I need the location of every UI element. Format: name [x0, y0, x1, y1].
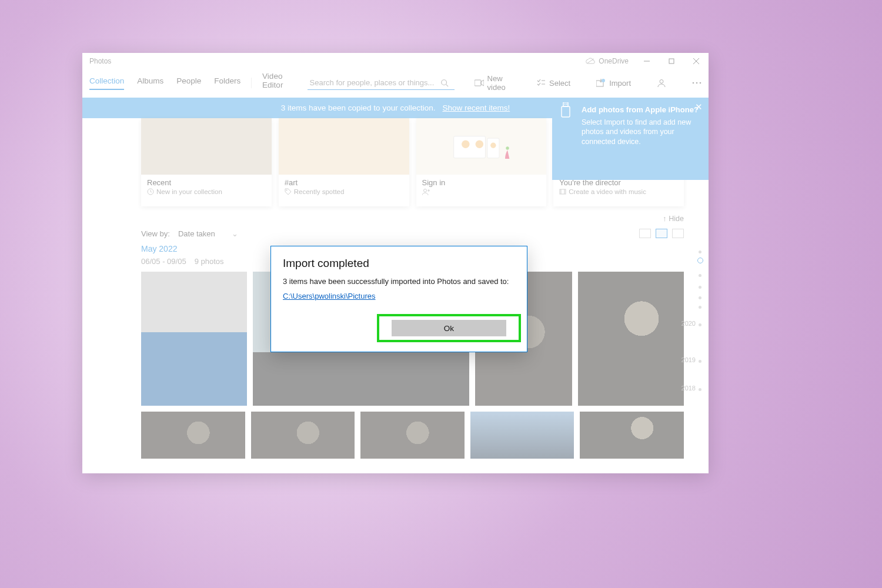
import-label: Import	[609, 79, 631, 88]
svg-line-6	[446, 85, 448, 87]
viewby-label: View by:	[141, 229, 170, 238]
person-add-icon	[422, 188, 430, 195]
svg-rect-18	[566, 103, 567, 105]
card-signin[interactable]: Sign in	[416, 118, 547, 206]
minimize-button[interactable]	[634, 53, 659, 69]
photo-thumb[interactable]	[578, 272, 684, 406]
photo-thumb[interactable]	[580, 412, 684, 459]
checklist-icon	[536, 78, 546, 88]
card-title: Sign in	[422, 178, 541, 187]
view-single[interactable]	[639, 229, 651, 238]
section-photo-count: 9 photos	[195, 257, 224, 266]
search-input[interactable]	[308, 76, 455, 90]
chevron-down-icon: ⌄	[232, 229, 238, 238]
svg-point-27	[506, 147, 509, 150]
search-icon[interactable]	[440, 79, 449, 87]
dialog-body: 3 items have been successfully imported …	[283, 277, 515, 286]
cloud-off-icon	[586, 58, 595, 65]
maximize-button[interactable]	[659, 53, 684, 69]
view-grid-medium[interactable]	[656, 229, 667, 238]
svg-point-26	[490, 143, 496, 148]
timeline-year[interactable]: 2018	[681, 385, 696, 392]
arrow-up-icon: ↑	[663, 215, 666, 223]
info-banner: 3 items have been copied to your collect…	[82, 98, 709, 118]
ok-highlight-frame: Ok	[377, 314, 521, 342]
ok-button[interactable]: Ok	[392, 320, 506, 336]
onedrive-status[interactable]: OneDrive	[586, 57, 629, 65]
svg-point-28	[423, 189, 426, 192]
promo-body: Select Import to find and add new photos…	[582, 118, 700, 148]
svg-point-9	[602, 79, 605, 82]
tab-people[interactable]: People	[176, 76, 201, 90]
card-title: #art	[285, 178, 403, 187]
video-icon	[475, 78, 484, 88]
svg-point-12	[696, 82, 698, 84]
tab-video-editor[interactable]: Video Editor	[262, 72, 294, 94]
dialog-path-link[interactable]: C:\Users\pwolinski\Pictures	[283, 292, 376, 300]
banner-link[interactable]: Show recent items!	[442, 103, 510, 112]
card-thumb	[416, 118, 547, 175]
dialog-title: Import completed	[283, 257, 515, 270]
photo-thumb[interactable]	[470, 412, 574, 459]
card-title: Recent	[147, 178, 266, 187]
timeline-year[interactable]: 2019	[681, 356, 696, 363]
person-icon	[657, 78, 666, 88]
titlebar: Photos OneDrive	[82, 53, 709, 69]
nav-tabbar: Collection Albums People Folders Video E…	[82, 69, 709, 98]
promo-title: Add photos from Apple iPhone?	[582, 105, 700, 115]
tab-albums[interactable]: Albums	[137, 76, 163, 90]
svg-rect-16	[563, 102, 568, 106]
section-date-range: 06/05 - 09/05	[141, 257, 186, 266]
card-thumb	[279, 118, 409, 175]
onedrive-label: OneDrive	[599, 57, 629, 65]
svg-point-24	[462, 141, 469, 148]
card-art[interactable]: #art Recently spotted	[279, 118, 409, 206]
svg-point-13	[700, 82, 701, 84]
view-size-toggle	[639, 229, 684, 238]
card-subtitle: New in your collection	[156, 188, 222, 195]
photo-thumb[interactable]	[360, 412, 465, 459]
account-button[interactable]	[657, 78, 666, 88]
card-thumb	[141, 118, 272, 175]
import-icon	[596, 78, 606, 88]
select-button[interactable]: Select	[536, 78, 570, 88]
select-label: Select	[549, 79, 570, 88]
card-subtitle: Create a video with music	[569, 188, 646, 195]
photo-thumb[interactable]	[251, 412, 355, 459]
svg-rect-17	[564, 103, 566, 105]
view-toolbar: View by: Date taken ⌄	[141, 229, 684, 238]
svg-point-5	[441, 80, 446, 85]
ellipsis-icon	[692, 78, 701, 88]
import-completed-dialog: Import completed 3 items have been succe…	[270, 246, 527, 352]
svg-rect-2	[669, 59, 674, 64]
photo-grid-row-2	[141, 412, 684, 459]
banner-text: 3 items have been copied to your collect…	[281, 103, 436, 112]
app-title: Photos	[89, 57, 111, 65]
svg-point-11	[693, 82, 694, 84]
divider	[251, 78, 252, 88]
viewby-dropdown[interactable]: Date taken ⌄	[178, 229, 238, 238]
tab-collection[interactable]: Collection	[89, 76, 124, 90]
device-promo: ✕ Add photos from Apple iPhone? Select I…	[552, 98, 709, 180]
hide-suggestions-button[interactable]: ↑Hide	[663, 211, 684, 229]
film-icon	[559, 188, 566, 195]
close-button[interactable]	[684, 53, 709, 69]
photo-thumb[interactable]	[141, 272, 247, 406]
view-grid-small[interactable]	[672, 229, 684, 238]
viewby-value: Date taken	[178, 229, 215, 238]
new-video-button[interactable]: New video	[475, 74, 510, 92]
svg-rect-7	[475, 80, 481, 86]
promo-close-icon[interactable]: ✕	[695, 101, 703, 113]
svg-point-21	[286, 190, 287, 191]
import-button[interactable]: Import	[596, 78, 631, 88]
more-button[interactable]	[692, 78, 701, 88]
svg-point-25	[475, 141, 483, 148]
tag-icon	[285, 188, 292, 195]
svg-point-10	[660, 80, 663, 83]
new-video-label: New video	[487, 74, 510, 92]
year-timeline[interactable]: 2020 2019 2018	[672, 250, 701, 467]
card-recent[interactable]: Recent New in your collection	[141, 118, 272, 206]
tab-folders[interactable]: Folders	[214, 76, 240, 90]
photo-thumb[interactable]	[141, 412, 245, 459]
timeline-year[interactable]: 2020	[681, 320, 696, 327]
